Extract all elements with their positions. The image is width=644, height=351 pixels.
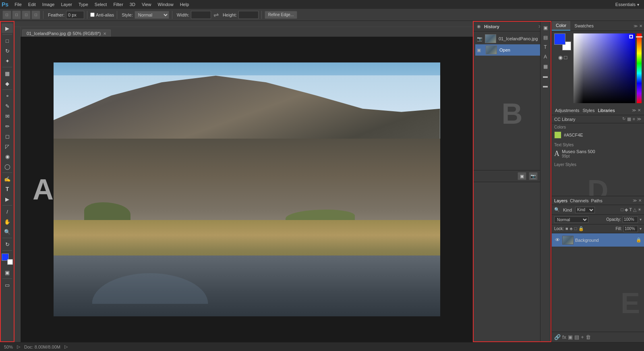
hand-tool[interactable]: ✋: [2, 217, 13, 226]
layers-fx-icon[interactable]: fx: [562, 334, 566, 340]
brush-tool[interactable]: ✎: [2, 101, 13, 111]
vert-tool-4[interactable]: A: [541, 52, 550, 61]
eyedropper-tool[interactable]: ◆: [2, 79, 13, 88]
canvas-tab[interactable]: 01_IcelandPano.jpg @ 50% (RGB/8*) ✕: [22, 29, 111, 37]
workspace-arrow[interactable]: ▾: [637, 2, 639, 7]
pen-tool[interactable]: ✍: [2, 174, 13, 184]
paths-tab[interactable]: Paths: [591, 198, 603, 203]
layers-group-icon[interactable]: ▤: [574, 334, 579, 340]
layers-trash-icon[interactable]: 🗑: [586, 334, 591, 340]
lib-close-icon[interactable]: ✕: [638, 108, 641, 112]
menu-select[interactable]: Select: [92, 1, 110, 8]
channels-tab[interactable]: Channels: [570, 198, 588, 203]
fill-options-icon[interactable]: ▾: [640, 226, 642, 231]
lib-list-icon[interactable]: ≡: [633, 116, 635, 122]
line-tool[interactable]: /: [2, 207, 13, 216]
width-input[interactable]: [191, 11, 211, 19]
style-select[interactable]: Normal Fixed Ratio Fixed Size: [135, 11, 169, 19]
filter-adj-icon[interactable]: ◆: [625, 207, 628, 212]
status-forward-arrow[interactable]: ▷: [64, 344, 68, 349]
menu-view[interactable]: View: [139, 1, 154, 8]
canvas-workspace[interactable]: A: [21, 37, 473, 342]
layers-close-icon[interactable]: ✕: [638, 198, 642, 203]
layers-kind-select[interactable]: Kind Name Effect Mode: [575, 207, 595, 213]
feather-input[interactable]: [66, 11, 84, 19]
vert-tool-1[interactable]: ▣: [541, 23, 550, 32]
vert-tool-5[interactable]: ▦: [541, 62, 550, 71]
menu-layer[interactable]: Layer: [58, 1, 75, 8]
healing-tool[interactable]: ⚬: [2, 91, 13, 101]
swatches-tab[interactable]: Swatches: [570, 21, 598, 31]
layers-mask-icon[interactable]: ▣: [568, 334, 573, 340]
layers-menu-icon[interactable]: ≫: [633, 198, 637, 203]
background-color[interactable]: [7, 259, 13, 265]
history-camera-btn[interactable]: 📷: [529, 172, 538, 180]
menu-help[interactable]: Help: [177, 1, 192, 8]
adjustments-tab[interactable]: Adjustments: [555, 108, 580, 113]
lib-grid-icon[interactable]: ▦: [627, 116, 631, 122]
layers-link-icon[interactable]: 🔗: [554, 334, 561, 340]
dodge-tool[interactable]: ◯: [2, 162, 13, 171]
filter-shape-icon[interactable]: △: [633, 207, 636, 212]
canvas-tab-close[interactable]: ✕: [103, 31, 106, 36]
history-snapshot-item[interactable]: 📷 01_IcelandPano.jpg: [475, 33, 549, 44]
vert-tool-6[interactable]: ▬: [541, 72, 550, 81]
history-new-snapshot[interactable]: ▣: [518, 172, 526, 180]
quick-select-tool[interactable]: ✦: [2, 56, 13, 66]
icon-intersect[interactable]: □: [22, 10, 31, 19]
height-input[interactable]: [238, 11, 259, 19]
gradient-tool[interactable]: ◸: [2, 141, 13, 151]
lock-pixels-icon[interactable]: ■: [565, 226, 568, 231]
vert-tool-3[interactable]: T: [541, 43, 550, 52]
blend-mode-select[interactable]: Normal Dissolve Multiply: [554, 216, 588, 223]
fill-input[interactable]: [623, 226, 638, 232]
filter-smart-icon[interactable]: ☀: [638, 207, 642, 212]
layer-background[interactable]: 👁 Background 🔒: [552, 233, 644, 247]
status-nav-arrow[interactable]: ▷: [17, 344, 20, 349]
history-open-item[interactable]: ▣ Open: [475, 44, 549, 56]
styles-tab[interactable]: Styles: [583, 108, 595, 113]
clone-tool[interactable]: ✉: [2, 111, 13, 121]
zoom-tool[interactable]: 🔍: [2, 227, 13, 237]
layer-vis-icon[interactable]: 👁: [554, 237, 561, 243]
color-tab[interactable]: Color: [552, 21, 570, 31]
icon-subtract[interactable]: □: [31, 10, 40, 19]
icon-new-layer[interactable]: □: [12, 10, 21, 19]
filter-pixel-icon[interactable]: □: [621, 207, 624, 212]
menu-3d[interactable]: 3D: [127, 1, 138, 8]
lib-color-item-1[interactable]: #A5CF4E: [554, 131, 642, 139]
menu-edit[interactable]: Edit: [25, 1, 39, 8]
crop-tool[interactable]: ▦: [2, 69, 13, 78]
refine-edge-button[interactable]: Refine Edge...: [265, 11, 297, 19]
rotate-view-tool[interactable]: ↻: [2, 239, 13, 249]
menu-filter[interactable]: Filter: [110, 1, 126, 8]
lib-sync-icon[interactable]: ↻: [622, 116, 625, 122]
vert-tool-2[interactable]: ▤: [541, 33, 550, 42]
color-menu-btn[interactable]: ≫: [634, 24, 638, 28]
eraser-tool[interactable]: ◻: [2, 131, 13, 141]
lock-artboard-icon[interactable]: □: [574, 226, 577, 231]
history-snapshot-icon[interactable]: ◉: [477, 24, 481, 29]
marquee-tool[interactable]: □: [2, 36, 13, 46]
lasso-tool[interactable]: ↻: [2, 46, 13, 56]
swap-icon[interactable]: ⇌: [213, 11, 219, 19]
libraries-tab[interactable]: Libraries: [598, 108, 615, 113]
path-select-tool[interactable]: ▶: [2, 194, 13, 204]
opacity-input[interactable]: [623, 216, 638, 223]
screen-mode-tool[interactable]: ▭: [2, 280, 13, 290]
menu-file[interactable]: File: [12, 1, 25, 8]
type-tool[interactable]: T: [2, 184, 13, 194]
menu-window[interactable]: Window: [155, 1, 176, 8]
lock-position-icon[interactable]: ♣: [570, 226, 573, 231]
color-spectrum[interactable]: [574, 33, 635, 103]
layers-tab[interactable]: Layers: [554, 198, 567, 203]
lib-menu-icon[interactable]: ≫: [632, 108, 636, 112]
quick-mask-tool[interactable]: ▣: [2, 268, 13, 277]
color-square-icon[interactable]: □: [564, 54, 567, 60]
vert-tool-7[interactable]: ▬: [541, 81, 550, 90]
history-brush-tool[interactable]: ✏: [2, 121, 13, 131]
fg-color-swatch[interactable]: [554, 33, 565, 45]
lib-text-item-1[interactable]: A Museo Sans 500 99pt: [554, 148, 642, 159]
hue-strip[interactable]: [637, 33, 642, 103]
color-picker-icon[interactable]: ◉: [558, 54, 563, 60]
